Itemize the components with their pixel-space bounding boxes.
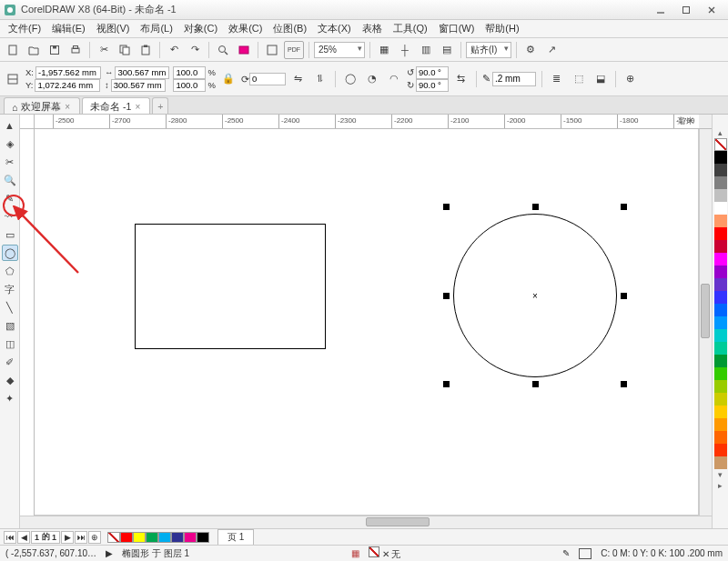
ellipse-mode-button[interactable]: ◯ xyxy=(341,70,359,88)
paste-button[interactable] xyxy=(136,41,155,59)
color-swatch[interactable] xyxy=(714,393,727,406)
minimize-button[interactable] xyxy=(648,2,673,18)
pick-tool[interactable]: ▲ xyxy=(2,117,18,134)
color-swatch[interactable] xyxy=(714,151,727,164)
line-tool[interactable]: ╲ xyxy=(2,299,18,316)
grid-button[interactable]: ▦ xyxy=(375,41,393,59)
quick-ink-swatch[interactable] xyxy=(146,532,158,543)
quick-ink-swatch[interactable] xyxy=(197,532,209,543)
options-button[interactable]: ▤ xyxy=(438,41,456,59)
page-sorter-button[interactable]: ▥ xyxy=(417,41,435,59)
presets-button[interactable] xyxy=(4,70,22,88)
pdf-button[interactable]: PDF xyxy=(284,41,304,59)
outline-width-input[interactable] xyxy=(492,72,536,86)
crop-tool[interactable]: ✂ xyxy=(2,154,18,170)
color-swatch[interactable] xyxy=(714,431,727,444)
color-swatch[interactable] xyxy=(714,164,727,176)
page-prev-button[interactable]: ◀ xyxy=(17,531,30,544)
no-color-swatch[interactable] xyxy=(714,138,727,151)
swap-angles-button[interactable]: ⇆ xyxy=(452,70,470,88)
handle-nw[interactable] xyxy=(443,204,450,210)
end-angle-input[interactable] xyxy=(416,79,449,92)
text-tool[interactable]: 字 xyxy=(2,281,18,297)
rectangle-object[interactable] xyxy=(135,224,326,349)
quick-ink-swatch[interactable] xyxy=(133,532,146,543)
copy-button[interactable] xyxy=(116,41,134,59)
height-input[interactable] xyxy=(111,79,166,92)
shape-tool[interactable]: ◈ xyxy=(2,135,18,152)
color-swatch[interactable] xyxy=(714,253,727,265)
zoom-tool[interactable]: 🔍 xyxy=(2,172,18,188)
ruler-corner[interactable] xyxy=(20,115,35,129)
ruler-vertical[interactable] xyxy=(20,129,35,516)
doc-tab[interactable]: ⌂欢迎屏幕× xyxy=(4,97,80,114)
convert-curves-button[interactable]: ⊕ xyxy=(622,70,640,88)
color-swatch[interactable] xyxy=(714,316,727,329)
menu-item[interactable]: 窗口(W) xyxy=(433,20,480,37)
page-last-button[interactable]: ⏭ xyxy=(75,531,87,544)
color-swatch[interactable] xyxy=(714,456,727,469)
color-swatch[interactable] xyxy=(714,189,727,202)
snap-combo[interactable]: 贴齐(I) xyxy=(466,42,511,58)
transparency-tool[interactable]: ◫ xyxy=(2,336,18,352)
close-button[interactable] xyxy=(699,2,724,18)
undo-button[interactable]: ↶ xyxy=(165,41,183,59)
y-input[interactable] xyxy=(35,79,100,92)
quick-ink-swatch[interactable] xyxy=(158,532,171,543)
handle-w[interactable] xyxy=(443,293,450,299)
search-button[interactable] xyxy=(214,41,232,59)
menu-item[interactable]: 表格 xyxy=(357,20,388,37)
fullscreen-button[interactable] xyxy=(263,41,281,59)
behind-text-button[interactable]: ⬓ xyxy=(592,70,610,88)
handle-n[interactable] xyxy=(532,204,539,210)
color-swatch[interactable] xyxy=(714,215,727,227)
mirror-v-button[interactable]: ⥮ xyxy=(311,70,329,88)
width-input[interactable] xyxy=(115,66,169,79)
menu-item[interactable]: 位图(B) xyxy=(268,20,312,37)
rotation-input[interactable] xyxy=(249,73,286,85)
menu-item[interactable]: 文本(X) xyxy=(312,20,357,37)
add-doc-tab[interactable]: + xyxy=(152,97,168,114)
page-current[interactable]: 1 的 1 xyxy=(31,531,60,544)
mirror-h-button[interactable]: ⇋ xyxy=(289,70,308,88)
arc-mode-button[interactable]: ◠ xyxy=(385,70,403,88)
menu-item[interactable]: 编辑(E) xyxy=(46,20,91,37)
color-swatch[interactable] xyxy=(714,304,727,316)
scrollbar-h-thumb[interactable] xyxy=(366,517,430,526)
quick-ink-swatch[interactable] xyxy=(171,532,184,543)
menu-item[interactable]: 效果(C) xyxy=(223,20,268,37)
color-swatch[interactable] xyxy=(714,367,727,380)
color-swatch[interactable] xyxy=(714,176,727,189)
handle-se[interactable] xyxy=(621,381,627,387)
page-tab[interactable]: 页 1 xyxy=(217,529,254,545)
launch-button[interactable]: ↗ xyxy=(542,41,561,59)
guides-button[interactable]: ┼ xyxy=(396,41,414,59)
status-next-icon[interactable]: ▶ xyxy=(106,548,113,558)
color-swatch[interactable] xyxy=(714,265,727,278)
close-tab-button[interactable]: × xyxy=(65,102,70,112)
doc-tab[interactable]: 未命名 -1× xyxy=(82,97,150,114)
color-swatch[interactable] xyxy=(714,202,727,215)
menu-item[interactable]: 工具(Q) xyxy=(388,20,433,37)
palette-expand-arrow[interactable]: ▸ xyxy=(714,480,727,491)
color-swatch[interactable] xyxy=(714,291,727,304)
color-swatch[interactable] xyxy=(714,418,727,431)
handle-s[interactable] xyxy=(532,381,539,387)
color-swatch[interactable] xyxy=(714,380,727,393)
lock-ratio-button[interactable]: 🔒 xyxy=(219,70,238,88)
smartfill-tool[interactable]: ✦ xyxy=(2,390,18,406)
page-first-button[interactable]: ⏮ xyxy=(4,531,16,544)
handle-sw[interactable] xyxy=(443,381,450,387)
print-button[interactable] xyxy=(66,41,85,59)
page-next-button[interactable]: ▶ xyxy=(61,531,74,544)
outline-swatch[interactable] xyxy=(579,548,592,559)
color-swatch[interactable] xyxy=(714,342,727,355)
zoom-combo[interactable]: 25% xyxy=(314,42,365,58)
dropshadow-tool[interactable]: ▧ xyxy=(2,317,18,334)
color-swatch[interactable] xyxy=(714,240,727,253)
new-button[interactable] xyxy=(4,41,22,59)
color-swatch[interactable] xyxy=(714,406,727,418)
palette-up-arrow[interactable]: ▴ xyxy=(714,127,727,138)
color-swatch[interactable] xyxy=(714,278,727,291)
scrollbar-vertical[interactable] xyxy=(699,129,712,516)
